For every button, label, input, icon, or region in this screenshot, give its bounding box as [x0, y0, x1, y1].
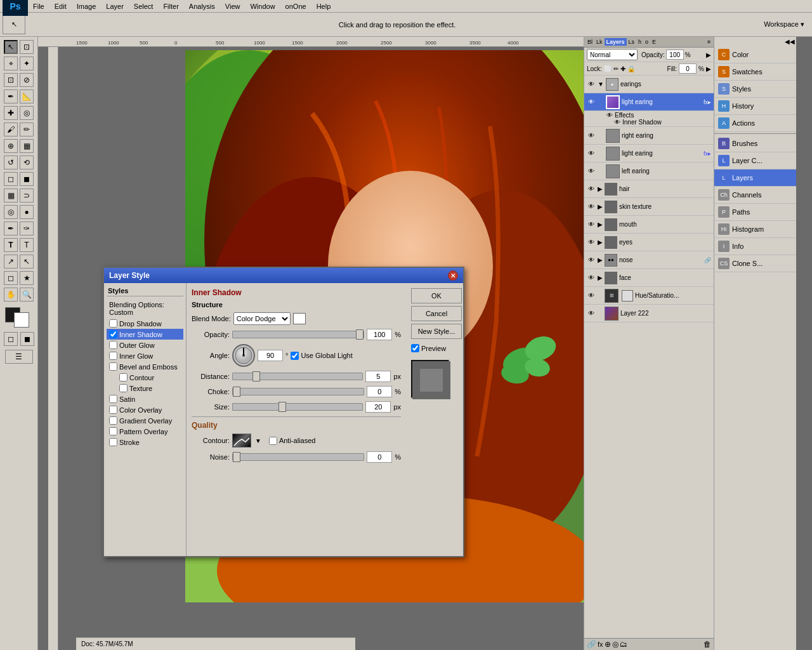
lasso-tool[interactable]: ⌖: [4, 56, 18, 70]
use-global-light-check[interactable]: [291, 352, 299, 360]
blend-mode-select[interactable]: Normal: [587, 49, 638, 60]
new-group-btn[interactable]: 🗂: [620, 640, 627, 649]
heal-tool[interactable]: ✚: [4, 106, 18, 120]
check-gradient-overlay[interactable]: [109, 416, 117, 425]
layer-hair[interactable]: 👁 ▶ hair: [584, 180, 714, 198]
tab-h[interactable]: h: [636, 38, 643, 46]
paint-bucket-tool[interactable]: ⊃: [20, 189, 34, 202]
size-value-input[interactable]: [365, 401, 391, 413]
eraser-tool[interactable]: ◻: [4, 172, 18, 186]
opacity-slider-track[interactable]: [232, 331, 364, 338]
anti-aliased-check[interactable]: [269, 437, 277, 445]
check-bevel-emboss[interactable]: [109, 362, 117, 371]
use-global-light-label[interactable]: Use Global Light: [291, 352, 352, 360]
layer-eye-right-earing[interactable]: 👁: [587, 131, 596, 140]
layer-222[interactable]: 👁 ▶ Layer 222: [584, 305, 714, 322]
style-inner-shadow[interactable]: Inner Shadow: [107, 329, 183, 340]
choke-thumb[interactable]: [233, 387, 240, 397]
opacity-value-input[interactable]: [367, 329, 392, 340]
menu-view[interactable]: View: [220, 1, 246, 11]
opacity-slider-thumb[interactable]: [356, 329, 363, 340]
tab-e[interactable]: E: [650, 38, 658, 46]
style-outer-glow[interactable]: Outer Glow: [107, 340, 183, 350]
check-outer-glow[interactable]: [109, 341, 117, 349]
anti-aliased-label[interactable]: Anti-aliased: [269, 437, 315, 445]
panel-swatches[interactable]: S Swatches: [714, 63, 796, 81]
type-tool[interactable]: T: [4, 238, 18, 252]
direct-select-tool[interactable]: ↖: [20, 255, 34, 269]
layer-eye-skin[interactable]: 👁: [587, 202, 596, 211]
layer-face[interactable]: 👁 ▶ face: [584, 269, 714, 287]
move-tool[interactable]: ↖: [4, 40, 18, 54]
panel-actions[interactable]: A Actions: [714, 115, 796, 132]
preview-label[interactable]: Preview: [411, 344, 458, 352]
style-gradient-overlay[interactable]: Gradient Overlay: [107, 415, 183, 426]
tab-bl[interactable]: Bl: [586, 38, 594, 46]
menu-file[interactable]: File: [28, 1, 49, 11]
panel-brushes[interactable]: B Brushes: [714, 135, 796, 152]
delete-layer-btn[interactable]: 🗑: [704, 640, 711, 649]
layer-eye-eyes[interactable]: 👁: [587, 238, 596, 247]
hand-tool[interactable]: ✋: [4, 288, 18, 302]
blend-mode-color-swatch[interactable]: [293, 313, 306, 324]
layer-left-earing[interactable]: 👁 ▼ left earing: [584, 162, 714, 180]
layer-eye-light-earing-active[interactable]: 👁: [587, 98, 596, 107]
contour-thumbnail[interactable]: [232, 434, 251, 448]
style-contour[interactable]: Contour: [107, 372, 183, 383]
layer-right-earing[interactable]: 👁 ▼ right earing: [584, 127, 714, 145]
layer-earings[interactable]: 👁 ▼ ● earings: [584, 76, 714, 93]
distance-slider[interactable]: [232, 373, 363, 380]
lock-image[interactable]: ✏: [613, 65, 619, 72]
contour-expand[interactable]: ▼: [255, 437, 261, 444]
opacity-expand[interactable]: ▶: [706, 51, 711, 58]
check-texture[interactable]: [119, 384, 128, 392]
burn-tool[interactable]: ●: [20, 205, 34, 219]
link-layers-btn[interactable]: 🔗: [587, 640, 596, 649]
panel-clone-source[interactable]: CS Clone S...: [714, 255, 796, 272]
add-mask-btn[interactable]: ⊕: [605, 640, 611, 649]
style-item-blending[interactable]: Blending Options: Custom: [107, 299, 183, 318]
quick-mask-mode[interactable]: ◼: [20, 332, 34, 346]
distance-value-input[interactable]: [365, 371, 391, 382]
gradient-tool[interactable]: ▦: [4, 189, 18, 202]
workspace-selector[interactable]: Workspace ▾: [764, 20, 804, 29]
panel-layer-comps[interactable]: L Layer C...: [714, 152, 796, 169]
zoom-tool[interactable]: 🔍: [20, 288, 34, 302]
panel-color[interactable]: C Color: [714, 46, 796, 63]
panel-histogram[interactable]: Hi Histogram: [714, 221, 796, 238]
dialog-close-btn[interactable]: ✕: [448, 270, 458, 281]
style-color-overlay[interactable]: Color Overlay: [107, 404, 183, 415]
expand-eyes[interactable]: ▶: [598, 239, 603, 246]
quick-select-tool[interactable]: ✦: [20, 56, 34, 70]
ruler-tool[interactable]: 📐: [20, 90, 34, 103]
layer-nose[interactable]: 👁 ▶ ●● nose 🔗: [584, 251, 714, 269]
tab-lk[interactable]: Lk: [594, 38, 605, 46]
style-satin[interactable]: Satin: [107, 394, 183, 404]
angle-dial[interactable]: [232, 344, 255, 367]
standard-mode[interactable]: ◻: [4, 332, 18, 346]
layer-eye-light-earing-2[interactable]: 👁: [587, 149, 596, 158]
expand-hair[interactable]: ▶: [598, 185, 603, 192]
panel-menu[interactable]: ≡: [705, 38, 712, 46]
check-satin[interactable]: [109, 395, 117, 403]
noise-slider[interactable]: [232, 453, 364, 461]
layer-fx-2[interactable]: fx▸: [704, 150, 711, 157]
add-adjustment-btn[interactable]: ◎: [612, 640, 619, 649]
crop-tool[interactable]: ⊡: [4, 73, 18, 87]
layer-link-nose[interactable]: 🔗: [704, 257, 711, 263]
tab-ls[interactable]: Ls: [627, 38, 637, 46]
slice-tool[interactable]: ⊘: [20, 73, 34, 87]
size-slider[interactable]: [232, 403, 363, 411]
menu-edit[interactable]: Edit: [49, 1, 72, 11]
layer-mouth[interactable]: 👁 ▶ mouth: [584, 216, 714, 234]
expand-nose[interactable]: ▶: [598, 256, 603, 263]
layer-eyes[interactable]: 👁 ▶ eyes: [584, 234, 714, 251]
layer-eye-face[interactable]: 👁: [587, 274, 596, 282]
menu-layer[interactable]: Layer: [101, 1, 129, 11]
new-style-button[interactable]: New Style...: [411, 324, 462, 339]
distance-thumb[interactable]: [252, 371, 260, 381]
clone-tool[interactable]: ⊕: [4, 139, 18, 153]
panel-styles[interactable]: S Styles: [714, 81, 796, 98]
panel-info[interactable]: I Info: [714, 238, 796, 255]
custom-shape-tool[interactable]: ★: [20, 271, 34, 285]
